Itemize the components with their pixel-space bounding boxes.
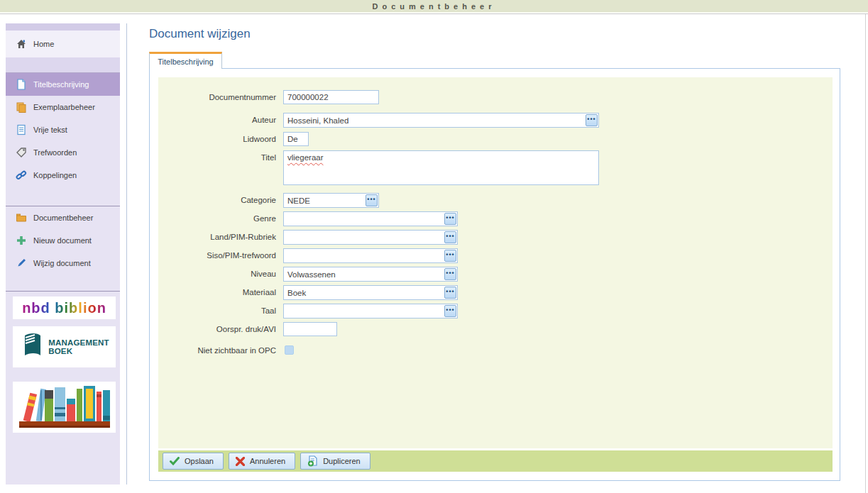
sidebar-item-nieuw-document[interactable]: Nieuw document	[6, 229, 120, 252]
form-row-titel: Titel vliegeraar	[158, 150, 833, 185]
sidebar-item-koppelingen[interactable]: Koppelingen	[6, 164, 120, 187]
ellipsis-icon: •••	[446, 289, 454, 294]
sidebar-item-trefwoorden[interactable]: Trefwoorden	[6, 141, 120, 164]
tab-titelbeschrijving[interactable]: Titelbeschrijving	[149, 52, 222, 69]
page-title: Document wijzigen	[149, 27, 251, 41]
siso-pim-trefwoord-input[interactable]	[284, 249, 443, 262]
sidebar-top-strip	[6, 23, 120, 31]
opslaan-button[interactable]: Opslaan	[163, 453, 224, 470]
form-row-documentnummer: Documentnummer	[158, 90, 833, 104]
auteur-input[interactable]	[284, 113, 584, 127]
form-row-niet-zichtbaar-in-opc: Niet zichtbaar in OPC	[158, 343, 833, 358]
titel-textarea[interactable]: vliegeraar	[283, 150, 599, 185]
niet-zichtbaar-in-opc-label: Niet zichtbaar in OPC	[158, 343, 283, 358]
sidebar-item-label: Documentbeheer	[33, 214, 93, 222]
ellipsis-icon: •••	[446, 271, 454, 275]
sidebar-item-label: Titelbeschrijving	[33, 80, 89, 89]
categorie-lookup-button[interactable]: •••	[366, 194, 378, 206]
genre-lookup-button[interactable]: •••	[444, 213, 456, 225]
sidebar-spacer	[6, 275, 120, 291]
sidebar-strip	[6, 57, 120, 73]
plus-icon	[16, 235, 27, 246]
ellipsis-icon: •••	[446, 234, 454, 238]
ellipsis-icon: •••	[587, 117, 595, 121]
categorie-field: •••	[283, 193, 379, 208]
auteur-lookup-button[interactable]: •••	[586, 114, 598, 126]
sidebar-item-label: Exemplaarbeheer	[33, 103, 95, 111]
auteur-field: •••	[283, 113, 599, 128]
materiaal-lookup-button[interactable]: •••	[444, 287, 456, 299]
tab-content-panel: Documentnummer Auteur ••• Lidwoord Titel…	[149, 68, 840, 481]
land-pim-rubriek-input[interactable]	[284, 231, 443, 244]
text-page-icon	[16, 124, 27, 135]
titel-label: Titel	[158, 150, 283, 165]
check-icon	[170, 457, 180, 465]
document-form: Documentnummer Auteur ••• Lidwoord Titel…	[158, 77, 833, 448]
niveau-field: •••	[283, 267, 458, 282]
land-pim-rubriek-lookup-button[interactable]: •••	[444, 231, 456, 243]
sidebar-item-titelbeschrijving[interactable]: Titelbeschrijving	[6, 73, 120, 96]
sidebar-item-label: Trefwoorden	[33, 148, 77, 157]
sidebar-item-wijzig-document[interactable]: Wijzig document	[6, 252, 120, 275]
siso-pim-trefwoord-field: •••	[283, 248, 458, 263]
sidebar-item-label: Home	[33, 40, 54, 48]
categorie-label: Categorie	[158, 193, 283, 207]
app-title-bar: Documentbeheer	[0, 0, 868, 13]
oorspr-druk-avi-label: Oorspr. druk/AVI	[158, 322, 283, 336]
materiaal-field: •••	[283, 285, 458, 300]
siso-pim-trefwoord-lookup-button[interactable]: •••	[444, 250, 456, 262]
lidwoord-input[interactable]	[283, 132, 309, 146]
annuleren-button-label: Annuleren	[250, 457, 285, 465]
sidebar-item-label: Vrije tekst	[33, 126, 67, 134]
form-row-niveau: Niveau •••	[158, 267, 833, 282]
page-right-edge	[865, 14, 866, 493]
book-logo-icon	[19, 331, 43, 362]
home-icon	[16, 38, 27, 50]
form-row-siso-pim-trefwoord: Siso/PIM-trefwoord •••	[158, 248, 833, 263]
categorie-input[interactable]	[284, 194, 364, 207]
land-pim-rubriek-field: •••	[283, 230, 458, 245]
cross-icon	[236, 457, 245, 466]
sidebar-item-vrije-tekst[interactable]: Vrije tekst	[6, 118, 120, 141]
documentnummer-label: Documentnummer	[158, 90, 283, 104]
sidebar-item-exemplaarbeheer[interactable]: Exemplaarbeheer	[6, 96, 120, 118]
duplicate-doc-icon	[307, 455, 318, 467]
ellipsis-icon: •••	[446, 308, 454, 312]
documentnummer-input[interactable]	[283, 90, 379, 104]
genre-input[interactable]	[284, 212, 443, 226]
taal-label: Taal	[158, 304, 283, 318]
sidebar-item-label: Wijzig document	[33, 259, 91, 267]
sidebar-item-label: Nieuw document	[33, 236, 92, 245]
genre-label: Genre	[158, 211, 283, 226]
tag-icon	[16, 147, 27, 158]
tab-label: Titelbeschrijving	[158, 57, 213, 66]
niveau-input[interactable]	[284, 267, 443, 281]
materiaal-label: Materiaal	[158, 285, 283, 299]
form-row-taal: Taal •••	[158, 304, 833, 318]
managementboek-logo: MANAGEMENT BOEK	[13, 326, 116, 367]
niet-zichtbaar-in-opc-checkbox[interactable]	[285, 345, 294, 355]
annuleren-button[interactable]: Annuleren	[229, 453, 295, 470]
form-row-categorie: Categorie •••	[158, 193, 833, 208]
ellipsis-icon: •••	[446, 216, 454, 220]
sidebar-item-home[interactable]: Home	[6, 31, 120, 57]
land-pim-rubriek-label: Land/PIM-Rubriek	[158, 230, 283, 244]
sidebar-spacer	[6, 187, 120, 206]
form-row-auteur: Auteur •••	[158, 113, 833, 128]
sidebar-item-documentbeheer[interactable]: Documentbeheer	[6, 206, 120, 229]
taal-field: •••	[283, 304, 458, 318]
opslaan-button-label: Opslaan	[185, 457, 214, 465]
sidebar-item-label: Koppelingen	[33, 171, 77, 179]
taal-lookup-button[interactable]: •••	[444, 305, 456, 317]
sidebar: Home Titelbeschrijving Exemplaarbeheer V…	[6, 23, 120, 484]
oorspr-druk-avi-input[interactable]	[283, 322, 337, 336]
app-title: Documentbeheer	[373, 2, 496, 11]
dupliceren-button[interactable]: Dupliceren	[300, 453, 370, 470]
nbd-biblion-logo: nbd biblion	[13, 297, 116, 319]
lidwoord-label: Lidwoord	[158, 132, 283, 146]
materiaal-input[interactable]	[284, 286, 443, 299]
taal-input[interactable]	[284, 304, 443, 318]
niveau-lookup-button[interactable]: •••	[444, 268, 456, 280]
link-icon	[16, 170, 27, 181]
ellipsis-icon: •••	[446, 253, 454, 257]
